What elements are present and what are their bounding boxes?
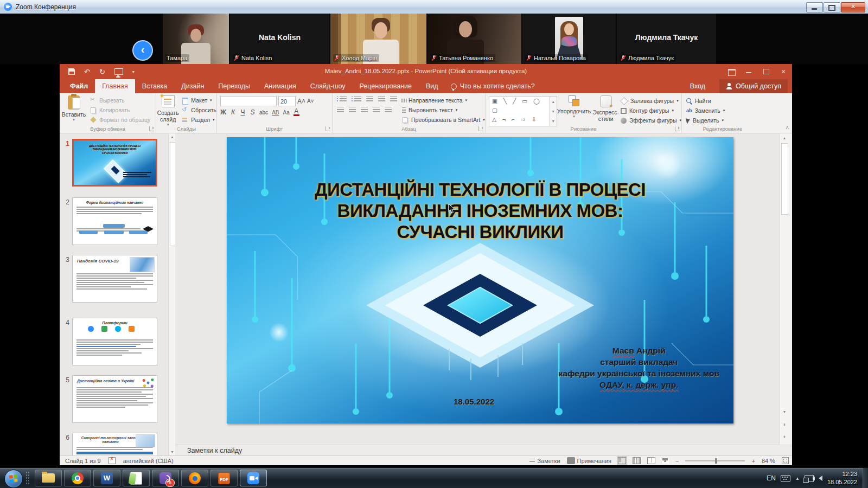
spellcheck-icon[interactable] <box>108 457 116 464</box>
arrange-button[interactable]: Упорядочить▾ <box>557 93 591 127</box>
slide-thumbnail-6[interactable]: Синхронні та асинхронні засоби навчання <box>72 433 157 455</box>
numbering-icon[interactable] <box>354 96 361 102</box>
shape-outline-button[interactable]: Контур фигуры▾ <box>621 106 681 115</box>
font-size-combo[interactable]: 20 <box>278 96 296 106</box>
bold-button[interactable]: Ж <box>220 108 226 116</box>
tab-home[interactable]: Главная <box>95 79 135 93</box>
restore-button[interactable] <box>824 2 840 12</box>
show-desktop-button[interactable] <box>863 468 868 488</box>
notes-toggle[interactable]: Заметки <box>529 458 560 464</box>
reset-button[interactable]: Сбросить <box>180 105 216 115</box>
close-button[interactable] <box>841 2 865 12</box>
fit-slide-icon[interactable] <box>782 457 789 464</box>
shapes-gallery-scroll[interactable]: ▲▼▼ <box>550 96 557 126</box>
tab-transitions[interactable]: Переходы <box>211 79 257 93</box>
italic-button[interactable]: К <box>230 108 236 116</box>
next-slide-button[interactable]: ⇟ <box>780 433 789 440</box>
slideshow-view-button[interactable] <box>662 458 669 464</box>
shrink-font-icon[interactable]: А˅ <box>307 98 314 104</box>
tab-design[interactable]: Дизайн <box>174 79 211 93</box>
collapse-strip-button[interactable]: ‹ <box>132 40 153 61</box>
language-tray-indicator[interactable]: EN <box>767 474 776 482</box>
font-dialog-launcher[interactable] <box>326 126 330 131</box>
shapes-gallery[interactable]: ▣ ╲ ╱ ▭ ◯ ▢ △ ¬ ⌐ ⇨ ⇩ ◠ ∿ ⌒ ≀ { } ☆ <box>489 96 550 126</box>
section-button[interactable]: Раздел▾ <box>180 115 216 125</box>
font-color-button[interactable]: А <box>293 108 299 116</box>
quick-styles-button[interactable]: Экспресс-стили <box>591 93 621 127</box>
line-spacing-icon[interactable] <box>390 96 397 102</box>
select-button[interactable]: Выделить▾ <box>682 115 763 125</box>
slide-thumbnail-1[interactable]: ДИСТАНЦІЙНІ ТЕХНОЛОГІЇ В ПРОЦЕСІ ВИКЛАДА… <box>72 139 157 187</box>
replace-button[interactable]: abЗаменить▾ <box>682 106 763 115</box>
grow-font-icon[interactable]: А˄ <box>297 98 305 105</box>
hidden-icons-chevron[interactable]: ▲ <box>795 476 800 481</box>
taskbar-word-button[interactable]: W <box>93 470 120 486</box>
clipboard-dialog-launcher[interactable] <box>149 126 154 131</box>
cut-button[interactable]: Вырезать <box>88 95 150 105</box>
increase-indent-icon[interactable] <box>378 96 385 102</box>
thumbnail-scrollbar[interactable]: ▲ ▼ <box>168 133 176 455</box>
zoom-in-icon[interactable]: + <box>751 458 755 464</box>
participant-tile[interactable]: Татьяна Романенко <box>427 14 521 64</box>
slide-sorter-view-button[interactable] <box>633 457 641 464</box>
layout-button[interactable]: Макет▾ <box>180 95 216 105</box>
slide-date-textbox[interactable]: 18.05.2022 <box>454 397 494 406</box>
strikethrough-button[interactable]: abc <box>259 110 268 115</box>
participant-tile[interactable]: Наталья Поварова <box>522 14 616 64</box>
copy-button[interactable]: Копировать <box>88 105 150 115</box>
bullets-icon[interactable] <box>340 96 347 102</box>
tab-view[interactable]: Вид <box>419 79 445 93</box>
text-direction-button[interactable]: Направление текста▾ <box>402 95 485 105</box>
minimize-button[interactable] <box>806 2 823 12</box>
ribbon-display-options-button[interactable] <box>723 64 740 79</box>
taskbar-viber-button[interactable]: 6 <box>152 470 179 486</box>
zoom-slider[interactable] <box>685 460 745 461</box>
zoom-percentage[interactable]: 84 % <box>762 458 775 464</box>
new-slide-button[interactable]: Создать слайд▾ <box>156 93 180 127</box>
taskbar-zoom-button[interactable] <box>240 470 267 486</box>
slide-1[interactable]: ДИСТАНЦІЙНІ ТЕХНОЛОГІЇ В ПРОЦЕСІ ВИКЛАДА… <box>227 137 733 423</box>
participant-tile[interactable]: Холод Марія <box>330 14 426 64</box>
collapse-ribbon-icon[interactable]: ˄ <box>786 125 789 131</box>
ppt-minimize-button[interactable] <box>740 64 757 79</box>
slide-thumbnail-5[interactable]: Дистанційна освіта в Україні <box>72 375 157 423</box>
char-spacing-button[interactable]: АВ <box>272 110 279 115</box>
tab-file[interactable]: Файл <box>63 79 95 93</box>
scroll-down-icon[interactable]: ▼ <box>780 408 789 415</box>
participant-tile[interactable]: Людмила Ткачук Людмила Ткачук <box>617 14 716 64</box>
slide-thumbnail-3[interactable]: Пандемія COVID-19 <box>72 255 157 303</box>
taskbar-firefox-button[interactable] <box>181 470 208 486</box>
paragraph-dialog-launcher[interactable] <box>478 126 483 131</box>
align-left-icon[interactable] <box>337 107 344 113</box>
find-button[interactable]: Найти <box>682 96 763 106</box>
start-button[interactable] <box>4 470 23 488</box>
font-name-combo[interactable] <box>220 96 277 106</box>
align-center-icon[interactable] <box>349 107 356 113</box>
slide-title-textbox[interactable]: ДИСТАНЦІЙНІ ТЕХНОЛОГІЇ В ПРОЦЕСІ ВИКЛАДА… <box>227 179 733 243</box>
zoom-out-icon[interactable]: − <box>675 458 679 464</box>
tab-animations[interactable]: Анимация <box>257 79 303 93</box>
shape-effects-button[interactable]: Эффекты фигуры▾ <box>621 115 681 125</box>
tab-review[interactable]: Рецензирование <box>352 79 419 93</box>
ppt-close-button[interactable]: ✕ <box>775 64 792 79</box>
scroll-up-icon[interactable]: ▲ <box>780 134 789 142</box>
shadow-button[interactable]: S <box>250 108 256 116</box>
paste-button[interactable]: Вставить▾ <box>60 93 88 127</box>
shape-fill-button[interactable]: Заливка фигуры▾ <box>621 96 681 106</box>
tray-clock[interactable]: 12:23 18.05.2022 <box>827 470 857 486</box>
slide-thumbnail-4[interactable]: Платформи <box>72 318 157 365</box>
justify-icon[interactable] <box>373 107 380 113</box>
slide-author-textbox[interactable]: Маєв Андрій старший викладач кафедри укр… <box>559 345 719 391</box>
normal-view-button[interactable] <box>618 457 626 464</box>
tell-me-box[interactable]: Что вы хотите сделать? <box>445 79 540 93</box>
taskbar-explorer-button[interactable] <box>35 470 62 486</box>
align-right-icon[interactable] <box>361 107 368 113</box>
slide-thumbnail-2[interactable]: Форми дистанційного навчання <box>72 197 157 245</box>
underline-button[interactable]: Ч <box>240 108 246 116</box>
keyboard-icon[interactable] <box>781 475 790 482</box>
slide-scrollbar[interactable]: ▲ ▼ ⇞ ⇟ <box>779 133 789 445</box>
change-case-button[interactable]: Аа <box>283 110 289 115</box>
decrease-indent-icon[interactable] <box>366 96 373 102</box>
notes-pane[interactable]: Заметки к слайду <box>175 445 792 455</box>
language-indicator[interactable]: английский (США) <box>123 458 174 464</box>
